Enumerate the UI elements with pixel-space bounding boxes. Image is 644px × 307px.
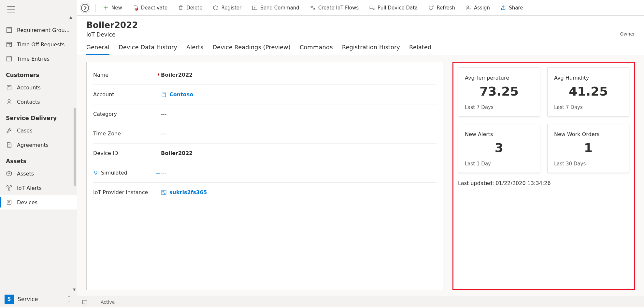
form-panel: Name*Boiler2022AccountContosoCategory---… bbox=[86, 62, 443, 290]
sidebar-item-label: Cases bbox=[17, 128, 33, 134]
field-value[interactable]: Boiler2022 bbox=[161, 72, 436, 78]
cmd-label: Pull Device Data bbox=[378, 5, 418, 11]
svg-point-17 bbox=[10, 186, 12, 187]
command-bar: NewDeactivateDeleteRegisterSend CommandC… bbox=[77, 0, 644, 16]
flow-icon bbox=[310, 5, 316, 11]
sidebar-item[interactable]: IoT Alerts bbox=[0, 181, 77, 195]
metric-card[interactable]: New Alerts3Last 1 Day bbox=[458, 124, 540, 173]
svg-point-33 bbox=[163, 191, 164, 192]
field-row: Category--- bbox=[93, 104, 436, 124]
building-icon bbox=[6, 84, 12, 91]
scroll-up-icon[interactable]: ▲ bbox=[0, 15, 77, 20]
cmd-create-iot-flows[interactable]: Create IoT Flows bbox=[305, 3, 363, 13]
card-title: New Alerts bbox=[465, 131, 533, 137]
field-value[interactable]: sukris2fs365 bbox=[161, 189, 436, 195]
back-button[interactable] bbox=[80, 3, 90, 13]
svg-point-13 bbox=[8, 100, 10, 102]
sidebar-item[interactable]: Contacts bbox=[0, 95, 77, 109]
svg-rect-34 bbox=[82, 300, 87, 304]
sidebar-item[interactable]: Cases bbox=[0, 123, 77, 138]
tab[interactable]: General bbox=[86, 44, 109, 55]
field-row: Time Zone--- bbox=[93, 124, 436, 144]
sidebar-item-label: Assets bbox=[17, 171, 34, 177]
tab[interactable]: Device Data History bbox=[119, 44, 177, 55]
sidebar-item[interactable]: Devices bbox=[0, 195, 77, 209]
cmd-deactivate[interactable]: Deactivate bbox=[128, 3, 172, 13]
field-value[interactable]: --- bbox=[161, 170, 436, 176]
field-row: Simulated+--- bbox=[93, 163, 436, 183]
sidebar-item-label: IoT Alerts bbox=[17, 185, 42, 191]
card-value: 3 bbox=[465, 141, 533, 155]
sidebar-item[interactable]: Requirement Grou... bbox=[0, 23, 77, 37]
field-label-text: Time Zone bbox=[93, 130, 121, 137]
content-area: Name*Boiler2022AccountContosoCategory---… bbox=[77, 55, 644, 297]
field-value[interactable]: Boiler2022 bbox=[161, 150, 436, 156]
send-icon bbox=[252, 5, 258, 11]
svg-rect-10 bbox=[7, 85, 11, 90]
sidebar-item[interactable]: Time Entries bbox=[0, 52, 77, 66]
sidebar-item[interactable]: Agreements bbox=[0, 138, 77, 152]
svg-point-16 bbox=[7, 186, 8, 187]
svg-rect-12 bbox=[9, 86, 10, 87]
cmd-refresh[interactable]: Refresh bbox=[423, 3, 460, 13]
field-value[interactable]: --- bbox=[161, 130, 436, 137]
sidebar-item[interactable]: Assets bbox=[0, 166, 77, 181]
divider bbox=[95, 4, 96, 12]
metric-card[interactable]: Avg Humidity41.25Last 7 Days bbox=[547, 67, 629, 116]
area-switcher-icon[interactable]: ⌃⌄ bbox=[68, 295, 72, 303]
metric-card[interactable]: Avg Temperature73.25Last 7 Days bbox=[458, 67, 540, 116]
field-label-text: Category bbox=[93, 111, 117, 117]
sidebar-item[interactable]: Accounts bbox=[0, 80, 77, 95]
tab[interactable]: Device Readings (Preview) bbox=[212, 44, 291, 55]
metric-card[interactable]: New Work Orders1Last 30 Days bbox=[547, 124, 629, 173]
menu-toggle[interactable] bbox=[7, 6, 15, 12]
sidebar-footer[interactable]: S Service ⌃⌄ bbox=[0, 291, 77, 307]
service-badge: S bbox=[5, 295, 14, 304]
field-row: Name*Boiler2022 bbox=[93, 65, 436, 85]
cmd-label: Create IoT Flows bbox=[318, 5, 359, 11]
sidebar-item[interactable]: Time Off Requests bbox=[0, 37, 77, 52]
field-row: Device IDBoiler2022 bbox=[93, 144, 436, 163]
sidebar-nav: Requirement Grou...Time Off RequestsTime… bbox=[0, 20, 77, 291]
tab[interactable]: Registration History bbox=[342, 44, 400, 55]
calendar-icon bbox=[6, 55, 12, 62]
svg-rect-32 bbox=[162, 190, 166, 195]
form-icon bbox=[6, 27, 12, 33]
cmd-pull-device-data[interactable]: Pull Device Data bbox=[365, 3, 422, 13]
tab[interactable]: Commands bbox=[300, 44, 333, 55]
bulb-icon bbox=[93, 170, 98, 176]
card-value: 41.25 bbox=[554, 84, 623, 99]
field-value[interactable]: --- bbox=[161, 111, 436, 117]
card-subtitle: Last 7 Days bbox=[465, 104, 533, 110]
dashboard-panel: Avg Temperature73.25Last 7 DaysAvg Humid… bbox=[452, 62, 635, 290]
building-icon bbox=[161, 92, 167, 98]
cmd-assign[interactable]: Assign bbox=[461, 3, 494, 13]
sidebar-item-label: Accounts bbox=[17, 84, 41, 91]
nav-group-header: Service Delivery bbox=[0, 109, 77, 123]
field-value[interactable]: Contoso bbox=[161, 91, 436, 98]
field-label-text: Account bbox=[93, 91, 114, 98]
cmd-share[interactable]: Share bbox=[496, 3, 527, 13]
cmd-delete[interactable]: Delete bbox=[173, 3, 207, 13]
trash-icon bbox=[178, 5, 184, 11]
nav-group-header: Assets bbox=[0, 152, 77, 166]
cmd-new[interactable]: New bbox=[98, 3, 127, 13]
scroll-down-icon[interactable]: ▼ bbox=[72, 287, 76, 291]
cmd-label: Deactivate bbox=[141, 5, 167, 11]
svg-point-20 bbox=[8, 202, 10, 203]
required-icon: * bbox=[157, 72, 160, 78]
svg-rect-29 bbox=[162, 93, 165, 97]
tab-bar: GeneralDevice Data HistoryAlertsDevice R… bbox=[77, 38, 644, 55]
svg-rect-27 bbox=[370, 6, 373, 8]
scrollbar-thumb[interactable] bbox=[74, 108, 76, 186]
status-state: Active bbox=[101, 299, 115, 305]
field-label-text: IoT Provider Instance bbox=[93, 189, 148, 195]
person-icon bbox=[6, 99, 12, 105]
tab[interactable]: Related bbox=[409, 44, 431, 55]
sidebar-item-label: Devices bbox=[17, 199, 37, 206]
svg-rect-11 bbox=[8, 86, 9, 87]
cmd-register[interactable]: Register bbox=[208, 3, 246, 13]
cmd-send-command[interactable]: Send Command bbox=[247, 3, 304, 13]
tab[interactable]: Alerts bbox=[186, 44, 203, 55]
sidebar-item-label: Agreements bbox=[17, 142, 49, 148]
